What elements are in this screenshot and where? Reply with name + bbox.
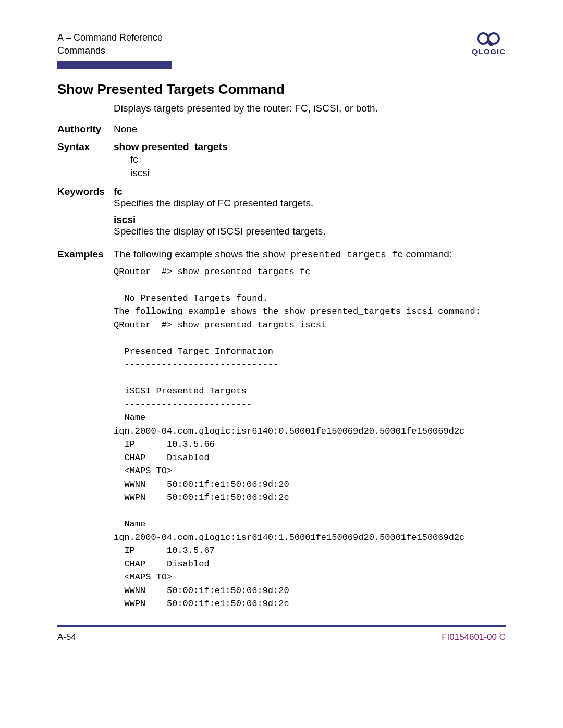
syntax-row: Syntax show presented_targets fc iscsi: [57, 141, 506, 179]
keyword-desc: Specifies the display of FC presented ta…: [114, 198, 506, 209]
page-title: Show Presented Targets Command: [57, 81, 506, 97]
syntax-command: show presented_targets: [114, 141, 506, 153]
syntax-option-1: iscsi: [130, 166, 506, 180]
svg-point-1: [488, 33, 499, 44]
brand-name: QLOGIC: [472, 47, 506, 56]
keywords-row: Keywords fc Specifies the display of FC …: [57, 186, 506, 242]
page: A – Command Reference Commands QLOGIC Sh…: [0, 0, 563, 728]
intro-text: Displays targets presented by the router…: [114, 103, 506, 114]
page-footer: A-54 FI0154601-00 C: [57, 632, 506, 643]
examples-lead-code: show presented_targets fc: [262, 250, 403, 260]
syntax-option-0: fc: [130, 153, 506, 166]
keyword-name: iscsi: [114, 214, 506, 226]
console-output: QRouter #> show presented_targets fc No …: [114, 265, 506, 611]
authority-row: Authority None: [57, 124, 506, 135]
footer-page-number: A-54: [57, 632, 76, 643]
footer-rule: [57, 625, 506, 627]
syntax-label: Syntax: [57, 141, 114, 153]
header-line-2: Commands: [57, 44, 163, 57]
examples-value: The following example shows the show pre…: [114, 249, 506, 611]
examples-row: Examples The following example shows the…: [57, 249, 506, 611]
keyword-item: iscsi Specifies the display of iSCSI pre…: [114, 214, 506, 237]
header-line-1: A – Command Reference: [57, 31, 163, 44]
keyword-name: fc: [114, 186, 506, 198]
header-left: A – Command Reference Commands: [57, 31, 163, 57]
keywords-value: fc Specifies the display of FC presented…: [114, 186, 506, 242]
footer-doc-id: FI0154601-00 C: [442, 632, 506, 643]
authority-value: None: [114, 124, 506, 135]
page-header: A – Command Reference Commands QLOGIC: [57, 31, 506, 57]
examples-lead-after: command:: [403, 249, 452, 260]
syntax-value: show presented_targets fc iscsi: [114, 141, 506, 179]
keywords-label: Keywords: [57, 186, 114, 198]
brand-logo: QLOGIC: [472, 31, 506, 56]
authority-label: Authority: [57, 124, 114, 135]
qlogic-icon: [473, 31, 504, 46]
keyword-item: fc Specifies the display of FC presented…: [114, 186, 506, 209]
examples-label: Examples: [57, 249, 114, 260]
svg-point-0: [478, 33, 488, 44]
keyword-desc: Specifies the display of iSCSI presented…: [114, 226, 506, 237]
examples-lead-before: The following example shows the: [114, 249, 262, 260]
header-accent-bar: [57, 61, 172, 69]
